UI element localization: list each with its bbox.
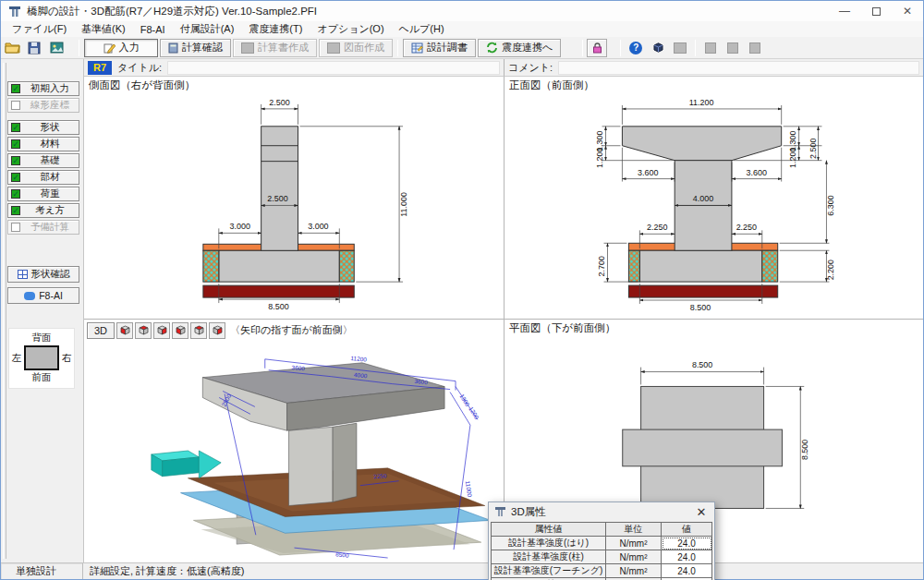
dim-label: 3.000: [308, 222, 328, 231]
input-mode-button[interactable]: 入力: [84, 39, 158, 57]
view-cube-bottom-button[interactable]: [209, 322, 225, 339]
col-header-attr: 属性値: [492, 523, 606, 537]
title-label: タイトル:: [117, 61, 162, 75]
view3d-caption: 〈矢印の指す面が前面側〉: [230, 323, 353, 337]
shape-check-button[interactable]: 形状確認: [7, 266, 79, 283]
calc-check-button[interactable]: 計算確認: [160, 39, 231, 57]
unchecked-icon: [11, 223, 20, 232]
view-cube-top-button[interactable]: [135, 322, 152, 339]
dim-label: 11000: [465, 480, 473, 498]
view3d-canvas[interactable]: 11200 3600 4000 3600 2500 1300 1200 1100…: [84, 341, 504, 562]
sidebar-item-precalc[interactable]: 予備計算: [7, 220, 79, 235]
columns-icon: [727, 42, 738, 54]
sidebar-item-policy[interactable]: ✓考え方: [7, 203, 79, 218]
menu-f8ai[interactable]: F8-AI: [133, 24, 173, 35]
status-mode: 単独設計: [1, 563, 83, 579]
checked-icon: ✓: [11, 84, 20, 93]
checked-icon: ✓: [11, 206, 20, 215]
main-toolbar: 入力 計算確認 計算書作成 図面作成 設計調書 震度連携へ ?: [1, 37, 923, 59]
dim-label: 2.250: [736, 223, 757, 232]
view-cube-left-button[interactable]: [172, 322, 188, 339]
navigation-sidebar: ✓初期入力 線形座標 ✓形状 ✓材料 ✓基礎 ✓部材 ✓荷重 ✓考え方 予備計算…: [1, 59, 84, 562]
view3d-button[interactable]: [647, 39, 669, 57]
dim-label: 8500: [335, 550, 349, 559]
app-window: 橋脚の設計・3D配筋(R7／H29道示対応) Ver.10-Sample2.PF…: [0, 0, 924, 580]
menu-help[interactable]: ヘルプ(H): [392, 22, 452, 36]
f8ai-button[interactable]: F8-AI: [7, 287, 79, 304]
dim-label: 11.200: [689, 98, 714, 107]
export-image-button[interactable]: [45, 39, 67, 57]
report-create-button[interactable]: 計算書作成: [233, 39, 317, 57]
sidebar-item-member[interactable]: ✓部材: [7, 170, 79, 185]
status-bar: 単独設計 詳細設定, 計算速度：低速(高精度): [1, 562, 923, 579]
menu-seismic-link[interactable]: 震度連携(T): [241, 22, 310, 36]
comment-field[interactable]: [558, 61, 919, 75]
app-icon: [8, 5, 21, 18]
dialog-title: 3D属性: [511, 505, 546, 519]
dim-label: 8.500: [800, 440, 809, 460]
help-icon: ?: [629, 42, 642, 54]
dim-label: 2.700: [597, 256, 606, 276]
blank-tool-button[interactable]: [669, 39, 691, 57]
grid-icon: [18, 270, 28, 279]
view-cube-right-button[interactable]: [153, 322, 170, 339]
drawing-icon: [327, 42, 340, 54]
report-icon: [241, 42, 254, 54]
dialog-title-bar[interactable]: 3D属性 ✕: [489, 502, 714, 521]
save-button[interactable]: [23, 39, 45, 57]
panels-icon: [749, 42, 760, 54]
menu-file[interactable]: ファイル(F): [5, 22, 74, 36]
sync-arrows-icon: [486, 42, 498, 54]
design-record-button[interactable]: 設計調書: [403, 39, 476, 57]
view-cube-front-button[interactable]: [116, 322, 133, 339]
layout-tool-3[interactable]: [744, 39, 766, 57]
close-button[interactable]: ✕: [892, 1, 923, 21]
side-view-drawing: 2.500 2.500 3.000 3.000 11.000 8.500: [84, 77, 504, 319]
seismic-link-button[interactable]: 震度連携へ: [478, 39, 561, 57]
comment-label: コメント:: [508, 61, 553, 75]
title-field[interactable]: [167, 61, 500, 75]
open-file-button[interactable]: [1, 39, 23, 57]
chat-bubble-icon: [24, 292, 35, 300]
layout-tool-1[interactable]: [699, 39, 722, 57]
sidebar-item-material[interactable]: ✓材料: [7, 137, 79, 151]
sidebar-item-shape[interactable]: ✓形状: [7, 120, 79, 135]
dim-label: 1.200: [788, 147, 797, 167]
minimize-button[interactable]: —: [829, 1, 860, 21]
menu-attached-design[interactable]: 付属設計(A): [173, 22, 242, 36]
orientation-back: 背面: [9, 332, 74, 344]
dim-label: 1.200: [595, 147, 604, 167]
dim-label: 8.500: [690, 303, 711, 312]
drawing-create-button[interactable]: 図面作成: [319, 39, 393, 57]
sidebar-item-foundation[interactable]: ✓基礎: [7, 153, 79, 168]
r7-badge: R7: [88, 61, 112, 75]
dim-label: 2.500: [808, 139, 818, 159]
dim-label: 2.200: [826, 260, 835, 280]
window-title: 橋脚の設計・3D配筋(R7／H29道示対応) Ver.10-Sample2.PF…: [27, 5, 317, 18]
lock-button[interactable]: [587, 39, 607, 57]
help-button[interactable]: ?: [625, 39, 647, 57]
dim-label: 8.500: [692, 360, 712, 369]
front-view-title: 正面図（前面側）: [509, 79, 594, 92]
menu-standards[interactable]: 基準値(K): [74, 22, 133, 36]
attributes-dialog: 3D属性 ✕ 属性値 単位 値 設計基準強度(はり)N/mm²24.0 設計基準…: [488, 501, 715, 580]
table-row: 設計基準強度(柱)N/mm²24.0: [492, 550, 712, 564]
layout-tool-2[interactable]: [722, 39, 744, 57]
front-view-drawing: 11.200 1.300 1.200 1.300 1.200 2.500 3.6…: [505, 77, 923, 319]
sidebar-item-initial-input[interactable]: ✓初期入力: [7, 81, 79, 96]
menu-bar: ファイル(F) 基準値(K) F8-AI 付属設計(A) 震度連携(T) オプシ…: [1, 21, 923, 37]
design-record-icon: [411, 42, 423, 54]
header-strip: R7 タイトル: コメント:: [84, 59, 923, 77]
sidebar-item-load[interactable]: ✓荷重: [7, 187, 79, 201]
col-header-value: 値: [662, 523, 712, 537]
view-cube-back-button[interactable]: [190, 322, 207, 339]
sidebar-item-alignment-coords[interactable]: 線形座標: [7, 98, 79, 113]
dim-label: 4.000: [693, 194, 713, 203]
maximize-button[interactable]: [860, 1, 892, 21]
side-view-panel: 側面図（右が背面側）: [84, 77, 505, 320]
dialog-close-icon[interactable]: ✕: [694, 505, 709, 519]
view3d-mode-button[interactable]: 3D: [87, 322, 115, 339]
dim-label: 6.300: [826, 195, 835, 215]
orientation-box: [24, 345, 59, 370]
menu-options[interactable]: オプション(O): [310, 22, 391, 36]
